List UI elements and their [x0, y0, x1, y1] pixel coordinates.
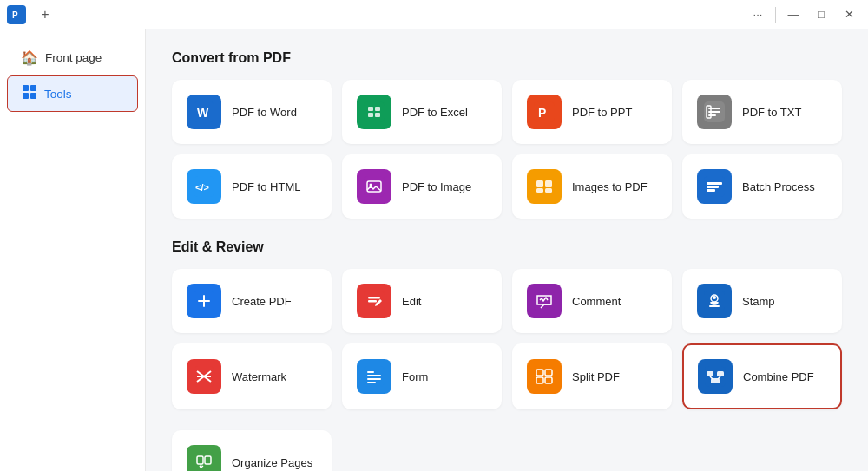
- svg-text:W: W: [197, 106, 209, 120]
- tool-split-pdf[interactable]: Split PDF: [512, 343, 672, 409]
- svg-rect-28: [536, 188, 543, 193]
- tools-icon: [22, 84, 37, 103]
- tool-form[interactable]: Form: [342, 343, 502, 409]
- svg-rect-29: [545, 188, 552, 193]
- stamp-icon: [697, 284, 732, 318]
- html-label: PDF to HTML: [232, 180, 300, 193]
- svg-rect-32: [707, 186, 719, 188]
- svg-rect-5: [30, 93, 36, 99]
- html-icon: </>: [187, 169, 221, 204]
- svg-rect-53: [367, 382, 376, 383]
- svg-text:P: P: [538, 106, 546, 120]
- convert-tools-grid: W PDF to Word PDF to Excel: [172, 80, 842, 219]
- batch-icon: [697, 169, 732, 204]
- control-separator: [775, 7, 776, 23]
- sidebar: 🏠 Front page Tools: [0, 29, 146, 471]
- ppt-icon: P: [527, 95, 562, 129]
- split-icon: [527, 359, 562, 394]
- tool-watermark[interactable]: Watermark: [172, 343, 332, 409]
- tool-pdf-to-excel[interactable]: PDF to Excel: [342, 80, 502, 144]
- svg-rect-27: [545, 180, 552, 187]
- svg-rect-9: [368, 107, 373, 111]
- img2pdf-icon: [527, 169, 562, 204]
- minimize-button[interactable]: —: [781, 3, 806, 27]
- watermark-label: Watermark: [232, 370, 286, 383]
- combine-label: Combine PDF: [743, 370, 814, 383]
- svg-rect-26: [536, 180, 543, 187]
- svg-rect-16: [708, 108, 720, 109]
- svg-rect-31: [707, 182, 722, 185]
- split-label: Split PDF: [572, 370, 620, 383]
- svg-rect-4: [23, 93, 29, 99]
- tool-comment[interactable]: Comment: [512, 269, 672, 333]
- create-label: Create PDF: [232, 295, 292, 308]
- create-icon: [187, 284, 221, 318]
- window-controls: ··· — □ ✕: [746, 3, 861, 27]
- svg-rect-3: [30, 85, 36, 91]
- txt-label: PDF to TXT: [742, 106, 801, 119]
- menu-button[interactable]: ···: [746, 3, 770, 27]
- tool-pdf-to-image[interactable]: PDF to Image: [342, 154, 502, 219]
- title-bar: P + ··· — □ ✕: [0, 0, 868, 29]
- ppt-label: PDF to PPT: [572, 106, 632, 119]
- svg-rect-18: [708, 114, 716, 116]
- comment-label: Comment: [572, 295, 621, 308]
- svg-text:</>: </>: [195, 182, 209, 193]
- svg-point-43: [713, 296, 716, 299]
- sidebar-item-tools[interactable]: Tools: [7, 75, 138, 112]
- form-label: Form: [402, 370, 428, 383]
- tool-pdf-to-word[interactable]: W PDF to Word: [172, 80, 332, 144]
- tool-pdf-to-ppt[interactable]: P PDF to PPT: [512, 80, 672, 144]
- tool-stamp[interactable]: Stamp: [682, 269, 842, 333]
- tool-pdf-to-txt[interactable]: PDF to TXT: [682, 80, 842, 144]
- svg-rect-60: [707, 371, 713, 376]
- organize-icon: [187, 445, 221, 471]
- close-button[interactable]: ✕: [837, 3, 861, 27]
- svg-rect-38: [368, 297, 380, 299]
- home-icon: 🏠: [21, 49, 38, 66]
- svg-rect-17: [708, 111, 720, 113]
- stamp-label: Stamp: [742, 295, 775, 308]
- tool-images-to-pdf[interactable]: Images to PDF: [512, 154, 672, 219]
- svg-rect-50: [367, 371, 374, 373]
- svg-rect-12: [375, 113, 380, 117]
- content-area: Convert from PDF W PDF to Word: [146, 29, 868, 471]
- combine-icon: [698, 359, 733, 394]
- tool-combine-pdf[interactable]: Combine PDF: [682, 343, 842, 409]
- app-logo: P: [7, 5, 26, 24]
- sidebar-item-front-page[interactable]: 🏠 Front page: [7, 42, 138, 74]
- tool-create-pdf[interactable]: Create PDF: [172, 269, 332, 333]
- svg-rect-39: [368, 300, 377, 303]
- tool-organize-pages[interactable]: Organize Pages: [172, 430, 332, 471]
- maximize-button[interactable]: □: [809, 3, 833, 27]
- txt-icon: [697, 95, 732, 129]
- svg-rect-52: [367, 378, 381, 380]
- excel-label: PDF to Excel: [402, 106, 468, 119]
- form-icon: [357, 359, 391, 394]
- svg-rect-44: [709, 305, 720, 307]
- svg-text:P: P: [12, 10, 18, 20]
- organize-label: Organize Pages: [232, 456, 312, 469]
- svg-rect-41: [704, 291, 725, 311]
- svg-rect-11: [368, 113, 373, 117]
- main-layout: 🏠 Front page Tools Convert from PDF: [0, 29, 868, 471]
- img2pdf-label: Images to PDF: [572, 180, 648, 193]
- image-label: PDF to Image: [402, 180, 471, 193]
- tool-batch-process[interactable]: Batch Process: [682, 154, 842, 219]
- edit-label: Edit: [402, 295, 421, 308]
- image-icon: [357, 169, 391, 204]
- batch-label: Batch Process: [742, 180, 815, 193]
- word-label: PDF to Word: [232, 106, 297, 119]
- organize-tools-grid: Organize Pages: [172, 430, 842, 471]
- tool-pdf-to-html[interactable]: </> PDF to HTML: [172, 154, 332, 219]
- svg-rect-51: [367, 375, 381, 376]
- edit-section-title: Edit & Review: [172, 239, 842, 255]
- new-tab-button[interactable]: +: [35, 4, 56, 25]
- sidebar-tools-label: Tools: [44, 88, 72, 101]
- edit-tools-grid: Create PDF Edit: [172, 269, 842, 409]
- svg-rect-8: [364, 101, 385, 122]
- tool-edit[interactable]: Edit: [342, 269, 502, 333]
- word-icon: W: [187, 95, 221, 129]
- svg-rect-2: [23, 85, 29, 91]
- svg-rect-33: [707, 189, 715, 192]
